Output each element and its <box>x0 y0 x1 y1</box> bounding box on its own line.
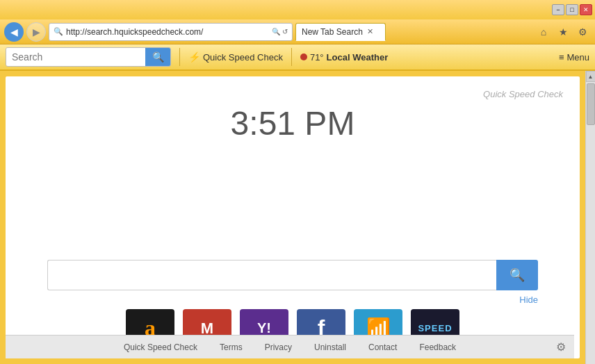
footer: Quick Speed Check Terms Privacy Uninstal… <box>6 335 574 358</box>
toolbar-divider2 <box>291 48 292 66</box>
scrollbar[interactable]: ▲ <box>585 71 595 364</box>
address-input[interactable] <box>66 27 269 37</box>
weather-link[interactable]: 71° Local Weather <box>300 52 388 63</box>
menu-button[interactable]: ≡ Menu <box>559 52 589 63</box>
toolbar-search-icon: 🔍 <box>152 51 164 63</box>
weather-label: Local Weather <box>327 52 389 63</box>
hide-link[interactable]: Hide <box>6 290 580 309</box>
toolbar-divider <box>179 48 180 66</box>
footer-contact-link[interactable]: Contact <box>368 342 397 352</box>
refresh-icon[interactable]: ↺ <box>282 28 288 35</box>
footer-privacy-link[interactable]: Privacy <box>265 342 292 352</box>
window-controls: − □ ✕ <box>552 4 592 15</box>
weather-dot-icon <box>300 53 307 60</box>
toolbar-search-input[interactable] <box>6 47 145 67</box>
title-bar: − □ ✕ <box>0 0 595 19</box>
address-magnifier-icon: 🔍 <box>54 27 63 36</box>
center-search-input[interactable] <box>47 260 496 290</box>
footer-qsc-link[interactable]: Quick Speed Check <box>124 342 197 352</box>
yahoo-icon: Y! <box>257 320 271 336</box>
tab-label: New Tab Search <box>302 27 363 37</box>
search-icon: 🔍 <box>272 28 280 35</box>
favorites-button[interactable]: ★ <box>555 24 571 40</box>
home-button[interactable]: ⌂ <box>535 24 552 40</box>
toolbar: 🔍 ⚡ Quick Speed Check 71° Local Weather … <box>0 44 595 71</box>
time-display: 3:51 PM <box>6 76 580 142</box>
footer-uninstall-link[interactable]: Uninstall <box>314 342 346 352</box>
toolbar-search-box[interactable]: 🔍 <box>6 47 171 67</box>
settings-button[interactable]: ⚙ <box>574 24 591 40</box>
center-search-button[interactable]: 🔍 <box>496 260 538 290</box>
menu-icon: ≡ <box>559 52 564 63</box>
close-button[interactable]: ✕ <box>580 4 592 15</box>
menu-label: Menu <box>567 52 589 63</box>
toolbar-search-button[interactable]: 🔍 <box>145 47 170 67</box>
nav-icons: ⌂ ★ ⚙ <box>535 24 591 40</box>
scroll-thumb[interactable] <box>587 83 595 125</box>
tab-area: New Tab Search ✕ <box>295 23 530 41</box>
address-bar[interactable]: 🔍 🔍 ↺ <box>49 23 293 41</box>
content-area: Quick Speed Check 3:51 PM 🔍 Hide a M <box>0 71 595 364</box>
center-search-icon: 🔍 <box>510 267 525 283</box>
center-search-area: 🔍 <box>6 246 580 290</box>
back-button[interactable]: ◀ <box>4 22 24 42</box>
active-tab[interactable]: New Tab Search ✕ <box>295 23 386 41</box>
forward-button[interactable]: ▶ <box>26 22 46 42</box>
page-content: Quick Speed Check 3:51 PM 🔍 Hide a M <box>6 76 580 358</box>
nav-bar: ◀ ▶ 🔍 🔍 ↺ New Tab Search ✕ ⌂ ★ ⚙ <box>0 19 595 44</box>
weather-temp: 71° <box>310 52 324 63</box>
qsc-icon: ⚡ <box>188 51 200 63</box>
main-content: Quick Speed Check 3:51 PM 🔍 Hide a M <box>0 71 585 364</box>
footer-feedback-link[interactable]: Feedback <box>419 342 456 352</box>
speed-icon: SPEED <box>418 323 452 333</box>
qsc-link[interactable]: ⚡ Quick Speed Check <box>188 51 283 63</box>
maximize-button[interactable]: □ <box>566 4 578 15</box>
qsc-label: Quick Speed Check <box>203 52 283 63</box>
footer-gear-icon[interactable]: ⚙ <box>556 340 566 354</box>
footer-terms-link[interactable]: Terms <box>220 342 243 352</box>
minimize-button[interactable]: − <box>552 4 564 15</box>
scroll-up-arrow[interactable]: ▲ <box>586 71 596 82</box>
brand-watermark: Quick Speed Check <box>483 89 563 99</box>
tab-close-icon[interactable]: ✕ <box>367 27 373 36</box>
address-icons: 🔍 ↺ <box>272 28 288 35</box>
